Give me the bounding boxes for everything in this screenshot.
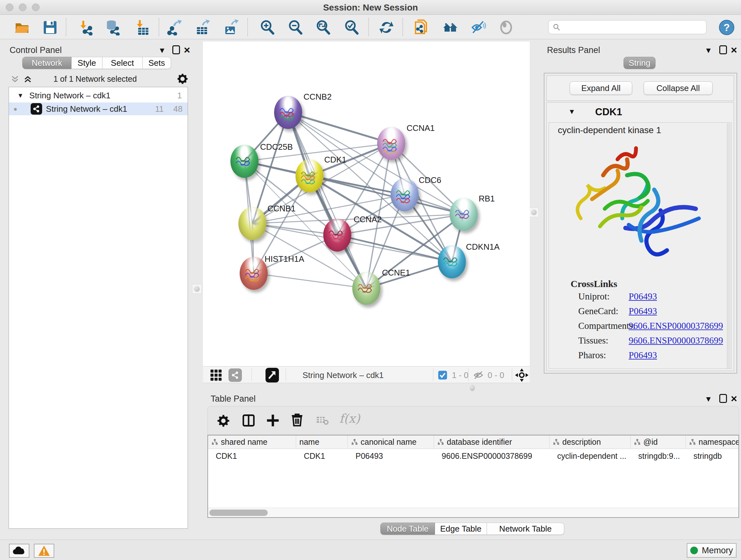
string-import-icon[interactable] (414, 19, 429, 36)
table-cell[interactable]: 9606.ENSP00000378699 (434, 449, 549, 463)
table-cell[interactable]: stringdb:9... (630, 449, 686, 463)
warnings-button[interactable] (34, 544, 54, 558)
import-network-icon[interactable] (77, 19, 93, 36)
export-network-icon[interactable] (167, 19, 183, 36)
zoom-selected-icon[interactable] (344, 19, 360, 36)
import-database-icon[interactable] (105, 19, 120, 36)
cloud-button[interactable] (9, 544, 29, 558)
network-node-CCNB1[interactable] (239, 207, 266, 240)
network-edge-HIST1H1A-CCNE1[interactable] (254, 273, 366, 288)
control-panel-float-icon[interactable] (172, 45, 180, 54)
zoom-fit-icon[interactable] (315, 19, 331, 36)
column-header-database-identifier[interactable]: database identifier (434, 435, 549, 449)
hide-unhide-icon[interactable] (470, 19, 486, 36)
network-edge-CCNB2-CCNA1[interactable] (288, 112, 391, 143)
export-table-icon[interactable] (194, 19, 210, 36)
table-row[interactable]: CDK1CDK1P064939606.ENSP00000378699cyclin… (208, 449, 738, 463)
control-panel-menu-icon[interactable]: ▼ (158, 46, 166, 55)
tab-node-table[interactable]: Node Table (381, 523, 435, 535)
expand-all-icon[interactable] (23, 74, 32, 84)
table-options-gear-icon[interactable] (217, 414, 230, 428)
network-row-selected[interactable]: ● String Network – cdk1 11 48 (9, 103, 188, 115)
results-panel-float-icon[interactable] (719, 45, 727, 54)
selected-checkbox-icon[interactable] (438, 370, 448, 380)
import-table-icon[interactable] (134, 19, 150, 36)
tree-expanded-icon[interactable]: ▼ (17, 92, 23, 99)
network-options-gear-icon[interactable] (177, 73, 188, 84)
refresh-icon[interactable] (379, 19, 394, 36)
column-header-namespace[interactable]: namespace (686, 435, 739, 449)
crosslink-link[interactable]: 9606.ENSP00000378699 (629, 335, 723, 346)
search-input[interactable] (561, 22, 698, 32)
home-networks-icon[interactable] (442, 19, 458, 36)
add-column-icon[interactable] (266, 414, 280, 428)
show-columns-icon[interactable] (242, 414, 256, 428)
hidden-eye-icon[interactable] (473, 370, 484, 381)
results-vertical-scrollbar[interactable] (727, 123, 731, 368)
network-node-CCNB2[interactable] (274, 96, 302, 129)
tab-string[interactable]: String (623, 57, 656, 69)
table-cell[interactable]: P06493 (348, 449, 434, 463)
table-cell[interactable]: stringdb (686, 449, 739, 463)
crosslink-link[interactable]: P06493 (629, 306, 657, 316)
open-session-icon[interactable] (14, 19, 30, 36)
network-node-CDK1[interactable] (295, 159, 324, 192)
network-node-CDC25B[interactable] (230, 145, 259, 178)
network-node-CCNE1[interactable] (352, 272, 381, 305)
zoom-out-icon[interactable] (287, 19, 304, 36)
left-splitter-handle[interactable] (192, 284, 202, 294)
table-cell[interactable]: CDK1 (296, 449, 348, 463)
tab-network[interactable]: Network (22, 57, 71, 69)
tab-edge-table[interactable]: Edge Table (435, 523, 487, 535)
column-header-description[interactable]: description (549, 435, 630, 449)
cdk1-header[interactable]: ▼ CDK1 (547, 103, 734, 122)
expand-all-button[interactable]: Expand All (569, 81, 632, 95)
network-node-RB1[interactable] (450, 198, 478, 231)
grid-view-icon[interactable] (210, 369, 222, 381)
network-edge-CCNA2-CDKN1A[interactable] (337, 235, 452, 262)
table-panel-close-icon[interactable]: × (731, 394, 737, 403)
network-node-CDC6[interactable] (391, 178, 419, 211)
crosslink-link[interactable]: 9606.ENSP00000378699 (629, 320, 723, 331)
search-field[interactable] (548, 20, 706, 34)
network-node-CCNA2[interactable] (323, 219, 351, 252)
collapse-all-button[interactable]: Collapse All (644, 81, 713, 95)
cdk1-collapse-icon[interactable]: ▼ (568, 108, 576, 116)
results-panel-close-icon[interactable]: × (731, 45, 737, 54)
bottom-splitter-handle[interactable] (470, 385, 475, 391)
column-header-shared-name[interactable]: shared name (208, 435, 296, 449)
table-panel-float-icon[interactable] (719, 394, 727, 403)
tab-style[interactable]: Style (71, 57, 103, 69)
control-panel-close-icon[interactable]: × (184, 45, 190, 54)
birds-eye-icon[interactable] (515, 368, 529, 382)
results-panel-menu-icon[interactable]: ▼ (704, 46, 712, 55)
network-node-CDKN1A[interactable] (438, 245, 466, 278)
table-cell[interactable]: CDK1 (208, 449, 296, 463)
column-header-canonical-name[interactable]: canonical name (348, 435, 434, 449)
crosslink-link[interactable]: P06493 (629, 291, 657, 301)
network-node-CCNA1[interactable] (377, 127, 405, 160)
scrollbar-thumb[interactable] (209, 509, 268, 516)
tab-select[interactable]: Select (103, 57, 143, 69)
delete-column-icon[interactable] (290, 413, 304, 427)
export-image-icon[interactable] (223, 19, 239, 36)
column-header-name[interactable]: name (296, 435, 348, 449)
string-view-icon[interactable] (228, 368, 242, 382)
network-node-HIST1H1A[interactable] (240, 257, 268, 290)
table-panel-menu-icon[interactable]: ▼ (704, 395, 712, 403)
collapse-all-icon[interactable] (10, 74, 20, 84)
right-splitter-handle[interactable] (529, 207, 539, 217)
memory-button[interactable]: Memory (687, 543, 737, 558)
crosslink-link[interactable]: P06493 (629, 350, 657, 360)
zoom-in-icon[interactable] (259, 19, 275, 36)
save-session-icon[interactable] (42, 19, 58, 36)
tab-network-table[interactable]: Network Table (487, 523, 564, 535)
show-graphics-icon[interactable] (498, 19, 514, 36)
table-cell[interactable]: cyclin-dependent ... (549, 449, 630, 463)
network-collection-row[interactable]: ▼ String Network – cdk1 1 (9, 89, 188, 102)
tab-sets[interactable]: Sets (143, 57, 171, 69)
help-icon[interactable]: ? (719, 19, 735, 36)
network-view-canvas[interactable]: CCNB2CCNA1CDC25BCDK1CDC6RB1CCNB1CCNA2CDK… (203, 42, 530, 366)
navigator-icon[interactable] (266, 368, 279, 382)
column-header-@id[interactable]: @id (630, 435, 686, 449)
